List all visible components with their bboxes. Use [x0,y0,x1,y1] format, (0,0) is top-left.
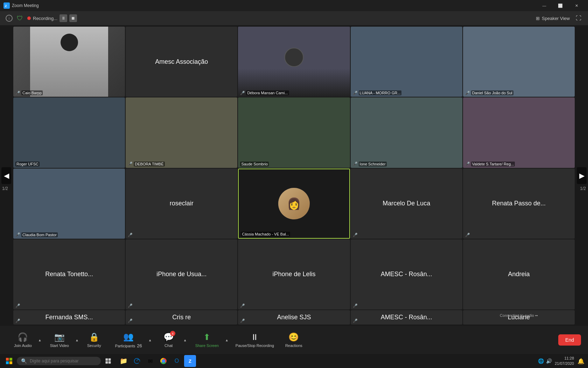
chrome-icon[interactable] [158,355,169,367]
video-tile-daniel: 🎤 Daniel São João do Sul [463,27,575,97]
edge-icon[interactable] [131,355,143,367]
reactions-label: Reactions [285,343,302,348]
topbar-right: ⊞ Speaker View ⛶ [536,14,582,22]
video-tile-cassia: 👩 Cássia Machado - VE Bal... [238,169,350,239]
outlook-icon[interactable]: O [171,355,183,367]
fullscreen-button[interactable]: ⛶ [575,14,582,22]
end-button[interactable]: End [558,334,581,346]
notification-button[interactable]: 🔔 [577,357,585,365]
reactions-button[interactable]: 😊 Reactions [280,330,308,350]
start-video-caret[interactable]: ▲ [75,338,79,342]
video-tile-debora: 🎤 Débora Mansan Cami... [238,27,350,97]
time-display: 11:28 [555,356,574,361]
participants-caret[interactable]: ▲ [148,338,152,342]
topbar: i 🛡 Recording... ⏸ ⏹ ⊞ Speaker View ⛶ [0,11,588,25]
chat-button[interactable]: 💬 4 Chat [155,330,183,350]
join-audio-caret[interactable]: ▲ [38,338,42,342]
tile-mute-amesc-rosan2: 🎤 [353,319,358,323]
svg-rect-3 [9,358,12,361]
info-icon[interactable]: i [6,15,13,22]
volume-icon[interactable]: 🔊 [546,358,552,364]
tile-mute-cris: 🎤 [128,319,133,323]
video-tile-debora-timbe: 🎤 DEBORA TIMBÉ [126,97,237,168]
maximize-button[interactable]: ⬜ [552,0,568,11]
pause-recording-button[interactable]: ⏸ [59,14,67,22]
tile-label-renata-tonetto: Renata Tonetto... [42,267,97,281]
chat-badge: 4 [170,331,175,336]
video-grid: 🎤 Caio Barpp Amesc Associação 🎤 Débora M… [0,25,588,326]
tile-name-ione: 🎤 Ione Schneider [353,162,387,166]
stop-recording-button[interactable]: ⏹ [69,14,77,22]
video-tile-luana: 🎤 LUANA - MORRO GR... [351,27,462,97]
svg-rect-9 [108,361,111,364]
chat-label: Chat [164,343,173,348]
video-tile-renata-passo: Renata Passo de... 🎤 [463,169,575,239]
video-tile-andreia: Andreia [463,239,575,309]
prev-page-button[interactable]: ◀ [1,167,11,184]
taskbar-apps: 📁 ✉ O Z [118,355,196,367]
video-tile-iphone-usua: iPhone de Usua... 🎤 [126,239,237,309]
page-indicator-right: 1/2 [580,186,586,191]
security-label: Security [87,343,101,348]
recording-indicator: Recording... ⏸ ⏹ [27,14,77,22]
tile-name-cassia: Cássia Machado - VE Bal... [241,232,290,237]
tile-label-renata-passo: Renata Passo de... [489,196,549,211]
tile-mute-fernanda: 🎤 [15,319,20,323]
tile-label-amesc: Amesc Associação [152,55,211,69]
chat-caret[interactable]: ▲ [183,338,187,342]
participants-icon: 👥 [123,332,134,341]
titlebar-title: Zoom Meeting [12,3,536,8]
tile-label-roseclair: roseclair [166,196,197,211]
svg-rect-8 [106,361,108,364]
pause-stop-recording-button[interactable]: ⏸ Pause/Stop Recording [230,330,280,350]
main-video-area: ◀ 1/2 🎤 Caio Barpp Amesc Associação [0,25,588,326]
close-button[interactable]: ✕ [568,0,584,11]
tile-mute-roseclair: 🎤 [128,233,133,237]
next-page-button[interactable]: ▶ [577,167,587,184]
share-screen-caret[interactable]: ▲ [225,338,229,342]
video-tile-saude: Saude Sombrio [238,97,350,168]
search-input[interactable] [30,359,96,363]
tile-label-amesc-rosan: AMESC - Rosân... [377,267,436,281]
taskbar-clock: 11:28 21/07/2020 [555,356,574,367]
tile-name-text: Caio Barpp [21,90,43,95]
join-audio-button[interactable]: 🎧 Join Audio [8,330,37,350]
pause-stop-label: Pause/Stop Recording [236,343,274,348]
minimize-button[interactable]: — [536,0,552,11]
tile-name-caio: 🎤 Caio Barpp [15,90,43,95]
svg-rect-5 [9,361,12,364]
tile-name-claudia: 🎤 Claudia Bom Pastor [15,232,58,237]
recording-dot [27,16,31,20]
zoom-taskbar-icon[interactable]: Z [184,355,196,367]
tile-name-debora: 🎤 Débora Mansan Cami... [240,90,289,95]
network-icon[interactable]: 🌐 [538,358,544,364]
video-tile-fernanda: Fernanda SMS... 🎤 [13,310,125,325]
share-screen-button[interactable]: ⬆ Share Screen [190,330,224,350]
file-explorer-icon[interactable]: 📁 [118,355,130,367]
video-tile-caio: 🎤 Caio Barpp [13,27,125,97]
titlebar-zoom-icon: Z [4,2,10,9]
participants-button[interactable]: 👥 Participants 26 [110,330,148,350]
participants-icon-wrap: 👥 [123,332,134,342]
gmail-icon[interactable]: ✉ [144,355,156,367]
toolbar-right: End [558,334,581,346]
video-tile-ione: 🎤 Ione Schneider [351,97,462,168]
start-button[interactable] [3,355,15,367]
taskbar-search[interactable]: 🔍 [17,357,101,365]
tile-name-debora-timbe: 🎤 DEBORA TIMBÉ [128,162,164,166]
tile-name-roger: Roger UFSC [15,162,40,166]
video-tile-valdete: 🎤 Valdete S.Tartare/ Reg... [463,97,575,168]
sys-icons: 🌐 🔊 [538,358,552,364]
task-view-button[interactable] [102,355,114,367]
video-tile-roger: Roger UFSC [13,97,125,168]
tile-label-iphone-lelis: iPhone de Lelis [269,267,319,281]
tile-label-marcelo: Marcelo De Luca [379,196,434,211]
tile-mute-iphone-usua: 🎤 [128,304,133,308]
speaker-view-button[interactable]: ⊞ Speaker View [536,16,570,21]
security-button[interactable]: 🔒 Security [80,330,108,350]
start-video-button[interactable]: 📷 Start Video [44,330,75,350]
mute-icon-2: 🎤 [240,91,245,95]
security-shield-icon: 🛡 [16,14,24,22]
video-tile-amesc-rosan: AMESC - Rosân... 🎤 [351,239,462,309]
participants-count: 26 [137,343,142,348]
